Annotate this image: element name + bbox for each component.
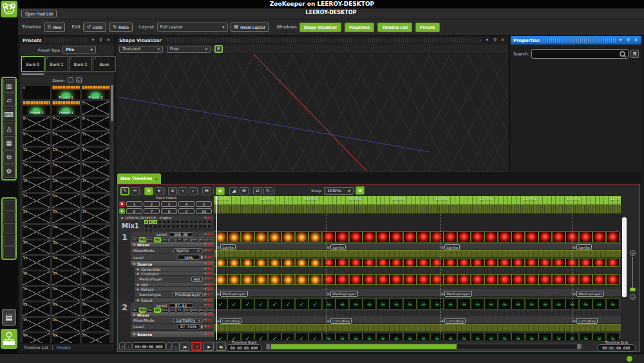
assign-cell[interactable]: [153, 224, 157, 228]
clip-frame[interactable]: [592, 274, 606, 285]
preset-cell-28[interactable]: 28: [52, 224, 80, 239]
hscroll-range[interactable]: [271, 344, 457, 349]
clip-frame[interactable]: [363, 274, 376, 285]
param-tab-geo[interactable]: Geo: [162, 308, 169, 313]
param-tab-rot[interactable]: Rot: [184, 237, 191, 242]
panel-menu-icon[interactable]: ▾: [618, 37, 623, 43]
assign-cell[interactable]: [203, 224, 207, 228]
assign-cell[interactable]: [198, 224, 202, 228]
ramp-icon[interactable]: ◢: [229, 187, 238, 195]
sourcetype-select[interactable]: Mediaplayer▼: [172, 292, 203, 297]
layer-2-level-value[interactable]: 87.53: [169, 303, 193, 308]
assign-cell[interactable]: [162, 220, 166, 224]
keyframe[interactable]: ⊕Sprite: [573, 244, 592, 250]
panel-menu-icon[interactable]: ▾: [484, 37, 490, 43]
clip-frame[interactable]: [281, 231, 295, 242]
preset-cell-8[interactable]: 8: [81, 116, 110, 131]
clip-frame[interactable]: [295, 274, 308, 285]
properties-header[interactable]: Properties ▾ ⚲ ✕: [511, 36, 641, 44]
clip-frame[interactable]: [579, 259, 592, 267]
left-slot-5[interactable]: ·: [3, 246, 15, 257]
mediaplayer-edit-button[interactable]: Edit: [191, 277, 202, 282]
preset-cell-16[interactable]: 16: [52, 162, 80, 177]
clip-frame[interactable]: [417, 274, 430, 285]
assign-cell[interactable]: 2: [153, 220, 157, 224]
param-tab-info[interactable]: Info: [207, 308, 214, 313]
search-input[interactable]: [531, 49, 629, 59]
assign-cell[interactable]: [194, 220, 198, 224]
clip-frame[interactable]: [308, 274, 322, 285]
zoom-in-button[interactable]: +: [76, 77, 82, 83]
clip-frame[interactable]: [363, 259, 376, 267]
source-row-mediaplayer[interactable]: MediaPlayer Edit ◀■▶: [135, 276, 214, 282]
keyframe-label[interactable]: Mediaplayer: [576, 291, 604, 297]
nudge-fwd-button[interactable]: ›: [166, 342, 172, 350]
timeline-track-area[interactable]: 00:00:00.000 00.000s02.000s04.000s06.000…: [214, 196, 621, 351]
clip-frame[interactable]: [403, 259, 417, 267]
keyframe-label[interactable]: Sprite: [330, 244, 346, 250]
track-filter-3[interactable]: 3: [161, 201, 177, 207]
host-network-icon[interactable]: [1, 329, 17, 349]
pin-icon[interactable]: ⚲: [492, 37, 498, 43]
assign-cell[interactable]: [144, 224, 148, 228]
clip-frame[interactable]: [268, 299, 281, 309]
clip-frame[interactable]: [376, 299, 390, 309]
assign-cell[interactable]: [198, 220, 202, 224]
clip-frame[interactable]: [403, 274, 417, 285]
preset-cell-46[interactable]: 46: [52, 317, 80, 332]
assign-cell[interactable]: A: [144, 220, 148, 224]
keyframe[interactable]: ⊕Mediaplayer: [216, 291, 248, 297]
param-tab-pos[interactable]: Pos: [146, 237, 153, 242]
clip-frame[interactable]: [349, 231, 363, 242]
preset-cell-17[interactable]: 17: [81, 162, 110, 177]
clip-frame[interactable]: [471, 299, 484, 309]
clip-frame[interactable]: [308, 259, 322, 267]
clip-frame[interactable]: [390, 259, 403, 267]
preset-cell-1[interactable]: 1Preset 1: [52, 85, 80, 100]
track-filter-2[interactable]: 2: [144, 201, 160, 207]
param-tab-key[interactable]: Key: [199, 237, 206, 242]
param-tab-key[interactable]: Key: [199, 308, 206, 313]
assign-cell[interactable]: [203, 220, 207, 224]
preset-cell-47[interactable]: 47: [81, 317, 110, 332]
assign-cell[interactable]: [176, 224, 180, 228]
preset-cell-11[interactable]: 11: [81, 132, 110, 146]
nudge-back-button[interactable]: ‹: [126, 342, 131, 350]
source-row-liveinput[interactable]: ▶LiveInput ◀■▶: [135, 271, 214, 276]
clip-frame[interactable]: [336, 259, 349, 267]
keyframe[interactable]: ⊕LumaKey: [327, 318, 352, 324]
nudge-icon[interactable]: ➤: [155, 187, 164, 195]
preset-cell-3[interactable]: 3Preset 3: [22, 101, 51, 115]
window-button-shape-visualizer[interactable]: Shape Visualizer: [299, 23, 342, 32]
layer-2-number[interactable]: 2: [118, 302, 131, 313]
current-time-field[interactable]: 00:00:00.000: [132, 342, 166, 350]
stage-icon[interactable]: ⌨: [3, 108, 15, 121]
assign-cell[interactable]: [171, 220, 175, 224]
param-tab-msk[interactable]: Msk: [191, 308, 198, 313]
clip-frame[interactable]: [498, 274, 511, 285]
preset-cell-23[interactable]: 23: [81, 193, 110, 208]
screens-icon[interactable]: ▥: [3, 79, 15, 93]
keyframe-label[interactable]: Sprite: [220, 244, 236, 250]
clip-frame[interactable]: [444, 231, 457, 242]
clip-frame[interactable]: [498, 299, 511, 309]
param-tab-all[interactable]: All: [131, 237, 138, 242]
clip-frame[interactable]: [390, 274, 403, 285]
clip-frame[interactable]: [579, 231, 592, 242]
bank-scrollbar[interactable]: [21, 73, 114, 75]
clip-frame[interactable]: [444, 299, 457, 309]
param-tab-src[interactable]: Src: [154, 237, 161, 242]
keyframe-label[interactable]: LumaKey: [576, 318, 598, 324]
keyframe[interactable]: ⊕Mediaplayer: [573, 291, 604, 297]
preset-grid-scrollbar[interactable]: [111, 85, 113, 344]
left-slot-3[interactable]: ·: [3, 223, 15, 234]
clip-boundary[interactable]: [327, 214, 327, 345]
assign-cell[interactable]: [180, 220, 184, 224]
left-slot-1[interactable]: ·: [3, 200, 15, 211]
clip-frame[interactable]: [444, 259, 457, 267]
keyframe-label[interactable]: Mediaplayer: [330, 291, 358, 297]
source-row-relays[interactable]: ▶Relays ◀■▶: [135, 287, 214, 291]
clip-frame[interactable]: [254, 299, 268, 309]
preset-cell-26[interactable]: 26: [81, 209, 110, 224]
hscroll-left-handle[interactable]: [267, 344, 270, 349]
